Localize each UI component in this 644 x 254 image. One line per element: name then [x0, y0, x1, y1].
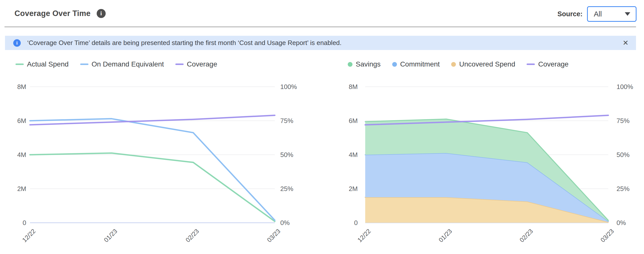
- legend-label: Coverage: [187, 60, 217, 68]
- y-axis-label: 0: [330, 219, 358, 226]
- coverage-over-time-panel: Coverage Over Time i Source: All i ‘Cove…: [0, 0, 644, 254]
- coverage-breakdown-area-chart: 8M100%6M75%4M50%2M25%00%12/2201/2302/230…: [330, 80, 644, 252]
- legend-item-on-demand-equivalent[interactable]: On Demand Equivalent: [80, 60, 164, 68]
- legend-dot-swatch: [451, 62, 456, 67]
- spend-chart-legend: Actual Spend On Demand Equivalent Covera…: [16, 60, 217, 68]
- panel-header: Coverage Over Time i: [14, 9, 106, 18]
- y-axis-label: 6M: [0, 117, 26, 125]
- source-control: Source: All: [557, 6, 636, 22]
- x-axis-label: 03/23: [599, 227, 615, 243]
- x-axis-label: 02/23: [184, 227, 200, 243]
- x-axis-label: 02/23: [518, 227, 534, 243]
- y-axis-label: 0: [0, 219, 26, 226]
- banner-info-icon: i: [13, 39, 21, 47]
- y-axis-percent-label: 0%: [280, 219, 290, 226]
- source-select-value: All: [594, 10, 602, 18]
- y-axis-percent-label: 25%: [280, 185, 293, 192]
- y-axis-percent-label: 75%: [280, 117, 293, 125]
- breakdown-chart-legend: Savings Commitment Uncovered Spend Cover…: [348, 60, 568, 68]
- x-axis-label: 01/23: [102, 227, 118, 243]
- legend-dot-swatch: [392, 62, 397, 67]
- source-select[interactable]: All: [587, 6, 636, 22]
- legend-item-savings[interactable]: Savings: [348, 60, 381, 68]
- chart-plot-area[interactable]: [29, 83, 276, 229]
- y-axis-label: 8M: [0, 83, 26, 91]
- header-divider: [4, 27, 636, 27]
- y-axis-label: 4M: [0, 151, 26, 158]
- x-axis-label: 12/22: [356, 227, 372, 243]
- legend-item-uncovered-spend[interactable]: Uncovered Spend: [451, 60, 515, 68]
- legend-label: Actual Spend: [27, 60, 69, 68]
- legend-line-swatch: [80, 64, 88, 65]
- legend-label: Savings: [356, 60, 381, 68]
- chevron-down-icon: [625, 12, 630, 16]
- y-axis-percent-label: 100%: [280, 83, 297, 91]
- info-icon[interactable]: i: [97, 9, 106, 18]
- legend-item-coverage[interactable]: Coverage: [175, 60, 217, 68]
- y-axis-percent-label: 75%: [616, 117, 630, 125]
- x-axis-label: 12/22: [21, 227, 37, 243]
- legend-item-commitment[interactable]: Commitment: [392, 60, 440, 68]
- y-axis-percent-label: 100%: [616, 83, 633, 91]
- chart-plot-area[interactable]: [364, 83, 609, 229]
- legend-label: Uncovered Spend: [459, 60, 515, 68]
- legend-label: Coverage: [538, 60, 568, 68]
- legend-line-swatch: [526, 64, 535, 65]
- source-label: Source:: [557, 10, 582, 18]
- y-axis-label: 2M: [0, 185, 26, 192]
- legend-line-swatch: [175, 64, 184, 65]
- page-title: Coverage Over Time: [14, 9, 91, 18]
- legend-dot-swatch: [348, 62, 352, 67]
- y-axis-percent-label: 25%: [616, 185, 630, 192]
- legend-line-swatch: [16, 64, 24, 65]
- legend-label: On Demand Equivalent: [92, 60, 164, 68]
- y-axis-percent-label: 50%: [616, 151, 630, 158]
- legend-item-actual-spend[interactable]: Actual Spend: [16, 60, 69, 68]
- y-axis-percent-label: 0%: [616, 219, 626, 226]
- legend-label: Commitment: [400, 60, 440, 68]
- spend-coverage-line-chart: 8M100%6M75%4M50%2M25%00%12/2201/2302/230…: [0, 80, 325, 252]
- banner-text: ‘Coverage Over Time’ details are being p…: [27, 39, 616, 47]
- info-banner: i ‘Coverage Over Time’ details are being…: [5, 36, 636, 50]
- y-axis-label: 2M: [330, 185, 358, 192]
- y-axis-label: 8M: [330, 83, 358, 91]
- y-axis-label: 6M: [330, 117, 358, 125]
- x-axis-label: 03/23: [266, 227, 282, 243]
- close-icon[interactable]: ✕: [623, 40, 628, 47]
- legend-item-coverage[interactable]: Coverage: [526, 60, 568, 68]
- x-axis-label: 01/23: [437, 227, 453, 243]
- y-axis-percent-label: 50%: [280, 151, 293, 158]
- y-axis-label: 4M: [330, 151, 358, 158]
